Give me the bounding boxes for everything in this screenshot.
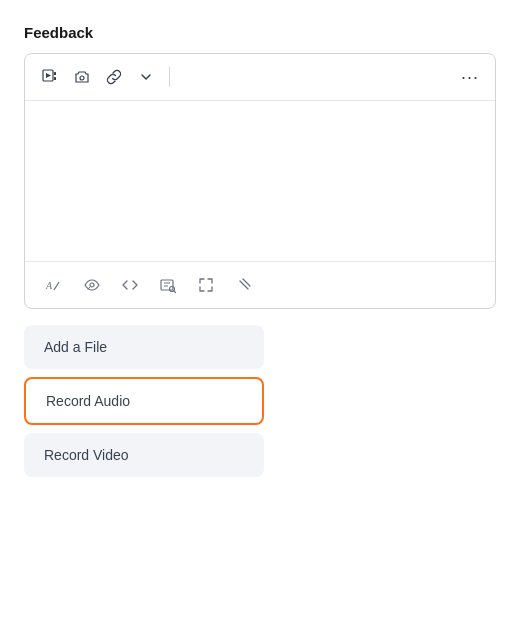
- record-audio-button[interactable]: Record Audio: [24, 377, 264, 425]
- code-button[interactable]: [115, 270, 145, 300]
- camera-button[interactable]: [67, 62, 97, 92]
- add-file-button[interactable]: Add a File: [24, 325, 264, 369]
- svg-text:A: A: [45, 280, 53, 291]
- edit-icon: [235, 276, 253, 294]
- svg-point-7: [90, 283, 94, 287]
- spellcheck-button[interactable]: A: [39, 270, 69, 300]
- editor-container: ··· A: [24, 53, 496, 309]
- svg-line-6: [54, 282, 59, 290]
- svg-line-12: [174, 291, 176, 293]
- editor-toolbar: ···: [25, 54, 495, 101]
- editor-footer: A: [25, 261, 495, 308]
- play-icon: [42, 69, 58, 85]
- svg-rect-2: [54, 72, 56, 75]
- edit-button[interactable]: [229, 270, 259, 300]
- toolbar-divider: [169, 67, 170, 87]
- editor-body[interactable]: [25, 101, 495, 261]
- chevron-down-icon: [138, 69, 154, 85]
- preview-button[interactable]: [77, 270, 107, 300]
- action-buttons: Add a File Record Audio Record Video: [24, 325, 496, 477]
- eye-icon: [83, 276, 101, 294]
- search-button[interactable]: [153, 270, 183, 300]
- code-icon: [121, 276, 139, 294]
- svg-rect-3: [54, 77, 56, 80]
- link-icon: [106, 69, 122, 85]
- svg-marker-1: [46, 73, 51, 78]
- toolbar-group-main: [35, 62, 161, 92]
- spellcheck-icon: A: [45, 276, 63, 294]
- svg-rect-8: [161, 280, 173, 290]
- video-button[interactable]: [35, 62, 65, 92]
- svg-point-4: [80, 76, 84, 80]
- dropdown-button[interactable]: [131, 62, 161, 92]
- page-title: Feedback: [24, 24, 496, 41]
- search-zoom-icon: [159, 276, 177, 294]
- record-video-button[interactable]: Record Video: [24, 433, 264, 477]
- more-options-button[interactable]: ···: [455, 62, 485, 92]
- expand-icon: [197, 276, 215, 294]
- camera-icon: [74, 69, 90, 85]
- fullscreen-button[interactable]: [191, 270, 221, 300]
- link-button[interactable]: [99, 62, 129, 92]
